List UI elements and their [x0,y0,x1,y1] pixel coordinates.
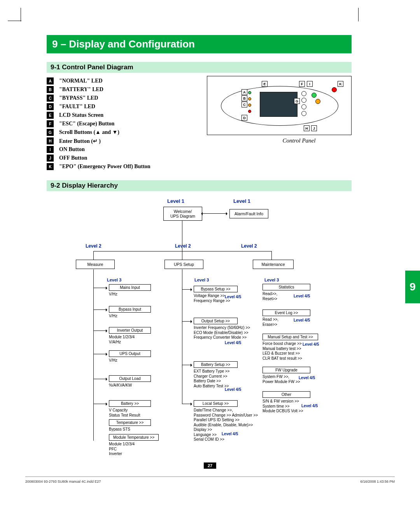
footer-left: 200803004 93-2793 SU80k manual 4C.indd E… [25,480,101,484]
footer-right: 6/16/2008 1:43:56 PM [360,480,395,484]
tag-e: E [47,112,54,119]
level3-label-b: Level 3 [194,278,209,282]
tag-a: A [47,77,54,84]
box-mtemp: Module Temperature >> [109,434,159,441]
box-bypsetup: Bypass Setup >> [194,286,238,292]
legend-d: "FAULT" LED [59,104,95,110]
battery-led-icon [248,97,251,100]
box-stats: Statistics [262,284,310,290]
level1-label-b: Level 1 [233,198,250,204]
txt-localsetup: Date/Time Change >>, Password Change >> … [194,408,258,442]
txt-outsetup: Inverter Frequency (50/60Hz) >> ECO Mode… [194,325,250,340]
level2-label-c: Level 2 [241,243,257,249]
l45-a: Level 4/5 [225,295,241,299]
legend-j: OFF Button [59,155,87,161]
box-fw: FW Upgrade [262,367,310,373]
off-button-icon [315,99,320,104]
chapter-title: 9 – Display and Configuration [47,35,352,53]
box-temp: Temperature >> [109,419,151,426]
epo-button-icon [332,87,337,92]
txt-evt: Read >>, Erase>> [262,317,278,327]
control-panel-caption: Control Panel [223,137,375,144]
box-mains: Mains Input [109,284,151,291]
l45-f: Level 4/5 [294,318,310,322]
control-panel-diagram: A B C D E F G H I J K [207,76,352,135]
chapter-tab: 9 [405,271,420,303]
txt-inv: Module 1/2/3/4 V/A/Hz [109,335,135,345]
legend-b: "BATTERY" LED [59,86,103,93]
tag-b: B [47,86,54,93]
txt-mains: V/Hz [109,292,117,297]
level3-label-a: Level 3 [107,278,121,282]
box-evt: Event Log >> [262,309,310,316]
legend-f: "ESC" (Escape) Button [59,121,114,127]
legend-e: LCD Status Screen [59,112,103,118]
txt-upsout: V/Hz [109,358,117,363]
box-upssetup: UPS Setup [164,260,203,269]
page-number: 27 [204,462,216,469]
txt-other: S/N & FW version >> System time >> Modul… [262,399,303,414]
l45-h: Level 4/5 [299,376,315,380]
txt-load: %/A/KVA/KW [109,383,132,388]
bypass-led-icon [248,104,251,107]
tag-g: G [47,129,54,136]
legend-g: Scroll Buttons (▲ and ▼) [59,129,119,135]
legend-h: Enter Button (↵ ) [59,138,101,144]
legend-k: "EPO" (Emergency Power Off) Button [59,164,150,170]
txt-stats: Read>>, Reset>> [262,292,277,301]
txt-batsetup: EXT Battery Type >> Charger Current >> B… [194,369,229,389]
tag-j: J [47,155,54,162]
normal-led-icon [248,91,251,94]
box-outsetup: Output Setup >> [194,318,238,324]
box-alarm: Alarm/Fault Info [229,209,268,218]
tag-h: H [47,137,54,144]
l45-b: Level 4/5 [225,341,241,345]
box-bat: Battery >> [109,400,151,407]
legend-i: ON Button [59,146,85,153]
txt-mtemp: Module 1/2/3/4 PFC Inverter [109,442,135,457]
tag-c: C [47,95,54,102]
txt-bat: V Capacity Status Test Result [109,408,140,418]
box-welcome: Welcome/ UPS Diagram [163,207,202,221]
txt-bypass: V/Hz [109,314,117,319]
lcd-screen-icon [260,92,298,117]
section-9-2-title: 9-2 Display Hierarchy [47,180,352,191]
tag-f: F [47,120,54,127]
box-localsetup: Local Setup >> [194,400,238,407]
box-maint: Maintenance [253,260,294,269]
box-man: Manual Setup and Test >> [262,334,318,340]
level2-label-b: Level 2 [175,243,191,249]
level1-label: Level 1 [167,198,184,204]
box-upsout: UPS Output [109,350,151,357]
box-other: Other [262,391,310,398]
l45-d: Level 4/5 [222,432,238,436]
tag-d: D [47,103,54,110]
txt-man: Force boost charge >> Manual battery tes… [262,341,302,361]
on-button-icon [312,93,317,98]
box-batsetup: Battery Setup >> [194,361,238,368]
level2-label-a: Level 2 [86,243,102,249]
legend-a: "NORMAL" LED [59,78,103,84]
l45-e: Level 4/5 [294,294,310,298]
box-measure: Measure [76,260,115,269]
box-bypass: Bypass Input [109,306,151,313]
level3-label-c: Level 3 [264,278,279,282]
fault-led-icon [248,110,251,113]
box-load: Output Load [109,375,151,382]
txt-temp: Bypass STS [109,427,130,432]
box-inv: Inverter Output [109,327,151,334]
display-hierarchy-diagram: Level 1 Level 1 Welcome/ UPS Diagram Ala… [47,193,352,470]
section-9-1-title: 9-1 Control Panel Diagram [47,62,352,73]
legend-c: "BYPASS" LED [59,95,98,101]
txt-fw: System FW >>, Power Module FW >> [262,375,300,384]
control-panel-legend: A"NORMAL" LED B"BATTERY" LED C"BYPASS" L… [47,76,191,172]
tag-i: I [47,146,54,153]
tag-k: K [47,163,54,170]
l45-c: Level 4/5 [225,387,241,392]
l45-g: Level 4/5 [303,342,319,346]
l45-i: Level 4/5 [301,404,318,408]
